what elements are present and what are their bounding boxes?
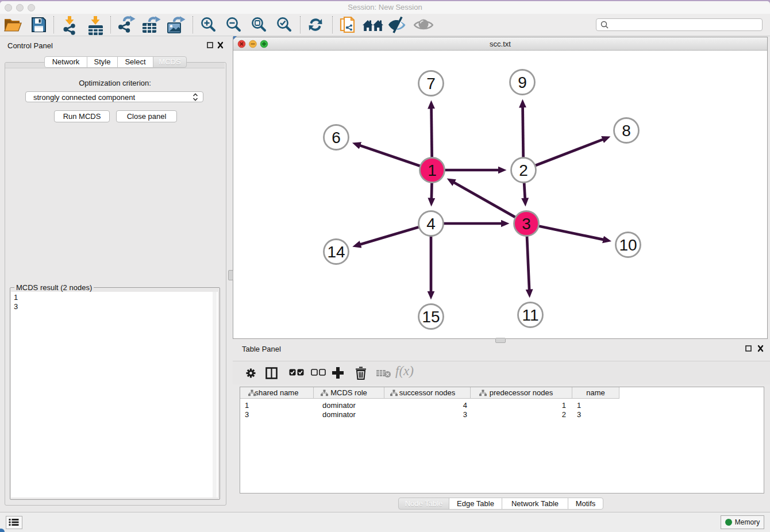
svg-text:14: 14 [327,243,345,261]
svg-text:7: 7 [426,75,436,92]
svg-text:10: 10 [619,236,637,254]
svg-text:9: 9 [518,74,527,91]
svg-text:1: 1 [428,161,437,179]
svg-text:2: 2 [519,161,528,179]
svg-text:15: 15 [422,308,440,326]
svg-text:4: 4 [426,215,436,233]
svg-text:8: 8 [622,122,631,140]
svg-text:3: 3 [522,215,531,233]
svg-text:11: 11 [522,306,538,324]
svg-text:6: 6 [332,129,341,147]
